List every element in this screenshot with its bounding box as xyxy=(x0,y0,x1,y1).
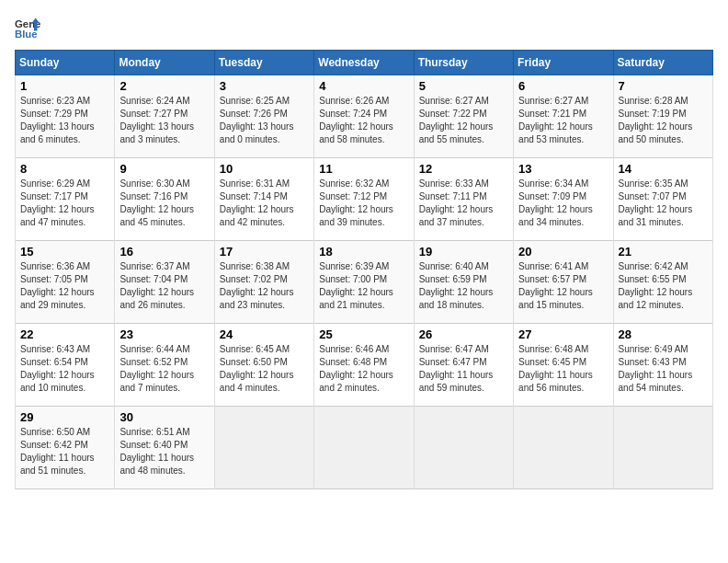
day-detail: Sunrise: 6:34 AM Sunset: 7:09 PM Dayligh… xyxy=(518,178,608,229)
day-detail: Sunrise: 6:38 AM Sunset: 7:02 PM Dayligh… xyxy=(220,260,309,312)
calendar-cell: 25 Sunrise: 6:46 AM Sunset: 6:48 PM Dayl… xyxy=(314,324,414,407)
calendar-cell: 4 Sunrise: 6:26 AM Sunset: 7:24 PM Dayli… xyxy=(314,75,414,158)
day-detail: Sunrise: 6:35 AM Sunset: 7:07 PM Dayligh… xyxy=(619,178,708,229)
day-number: 29 xyxy=(20,410,109,424)
calendar-cell: 14 Sunrise: 6:35 AM Sunset: 7:07 PM Dayl… xyxy=(613,158,712,241)
calendar-cell: 11 Sunrise: 6:32 AM Sunset: 7:12 PM Dayl… xyxy=(314,158,414,241)
day-detail: Sunrise: 6:37 AM Sunset: 7:04 PM Dayligh… xyxy=(119,260,209,312)
day-number: 8 xyxy=(20,162,109,176)
day-detail: Sunrise: 6:48 AM Sunset: 6:45 PM Dayligh… xyxy=(518,343,608,395)
day-number: 19 xyxy=(419,245,508,259)
day-detail: Sunrise: 6:47 AM Sunset: 6:47 PM Dayligh… xyxy=(419,343,508,395)
calendar-cell: 26 Sunrise: 6:47 AM Sunset: 6:47 PM Dayl… xyxy=(414,324,513,407)
weekday-header: Saturday xyxy=(613,51,712,75)
calendar-cell: 16 Sunrise: 6:37 AM Sunset: 7:04 PM Dayl… xyxy=(115,241,214,324)
day-detail: Sunrise: 6:23 AM Sunset: 7:29 PM Dayligh… xyxy=(20,95,109,146)
day-number: 11 xyxy=(319,162,408,176)
day-number: 16 xyxy=(119,245,209,259)
day-detail: Sunrise: 6:39 AM Sunset: 7:00 PM Dayligh… xyxy=(319,260,408,312)
calendar-cell: 1 Sunrise: 6:23 AM Sunset: 7:29 PM Dayli… xyxy=(16,75,115,158)
day-detail: Sunrise: 6:25 AM Sunset: 7:26 PM Dayligh… xyxy=(220,95,309,146)
day-number: 4 xyxy=(319,79,408,93)
day-number: 22 xyxy=(20,327,109,341)
day-detail: Sunrise: 6:44 AM Sunset: 6:52 PM Dayligh… xyxy=(119,343,209,395)
day-number: 10 xyxy=(220,162,309,176)
calendar-cell xyxy=(613,407,712,489)
calendar-cell xyxy=(214,407,313,489)
calendar-cell: 18 Sunrise: 6:39 AM Sunset: 7:00 PM Dayl… xyxy=(314,241,414,324)
day-detail: Sunrise: 6:29 AM Sunset: 7:17 PM Dayligh… xyxy=(20,178,109,229)
day-detail: Sunrise: 6:31 AM Sunset: 7:14 PM Dayligh… xyxy=(220,178,309,229)
calendar-cell: 19 Sunrise: 6:40 AM Sunset: 6:59 PM Dayl… xyxy=(414,241,513,324)
day-number: 6 xyxy=(518,79,608,93)
day-number: 21 xyxy=(619,245,708,259)
calendar-cell: 7 Sunrise: 6:28 AM Sunset: 7:19 PM Dayli… xyxy=(613,75,712,158)
day-number: 18 xyxy=(319,245,408,259)
day-number: 1 xyxy=(20,79,109,93)
day-detail: Sunrise: 6:42 AM Sunset: 6:55 PM Dayligh… xyxy=(619,260,708,312)
calendar-cell: 30 Sunrise: 6:51 AM Sunset: 6:40 PM Dayl… xyxy=(115,407,214,489)
weekday-header: Monday xyxy=(115,51,214,75)
calendar-week-row: 15 Sunrise: 6:36 AM Sunset: 7:05 PM Dayl… xyxy=(16,241,713,324)
calendar-cell: 5 Sunrise: 6:27 AM Sunset: 7:22 PM Dayli… xyxy=(414,75,513,158)
calendar-week-row: 1 Sunrise: 6:23 AM Sunset: 7:29 PM Dayli… xyxy=(16,75,713,158)
day-detail: Sunrise: 6:45 AM Sunset: 6:50 PM Dayligh… xyxy=(220,343,309,395)
calendar-week-row: 8 Sunrise: 6:29 AM Sunset: 7:17 PM Dayli… xyxy=(16,158,713,241)
calendar-cell xyxy=(314,407,414,489)
day-number: 2 xyxy=(119,79,209,93)
calendar-cell: 8 Sunrise: 6:29 AM Sunset: 7:17 PM Dayli… xyxy=(16,158,115,241)
calendar-cell: 12 Sunrise: 6:33 AM Sunset: 7:11 PM Dayl… xyxy=(414,158,513,241)
calendar-week-row: 29 Sunrise: 6:50 AM Sunset: 6:42 PM Dayl… xyxy=(16,407,713,489)
calendar-cell: 3 Sunrise: 6:25 AM Sunset: 7:26 PM Dayli… xyxy=(214,75,313,158)
calendar-cell: 9 Sunrise: 6:30 AM Sunset: 7:16 PM Dayli… xyxy=(115,158,214,241)
day-number: 14 xyxy=(619,162,708,176)
day-number: 15 xyxy=(20,245,109,259)
day-number: 17 xyxy=(220,245,309,259)
day-detail: Sunrise: 6:30 AM Sunset: 7:16 PM Dayligh… xyxy=(119,178,209,229)
day-number: 28 xyxy=(619,327,708,341)
calendar-cell: 13 Sunrise: 6:34 AM Sunset: 7:09 PM Dayl… xyxy=(514,158,613,241)
day-detail: Sunrise: 6:43 AM Sunset: 6:54 PM Dayligh… xyxy=(20,343,109,395)
weekday-header: Wednesday xyxy=(314,51,414,75)
weekday-row: SundayMondayTuesdayWednesdayThursdayFrid… xyxy=(16,51,713,75)
day-detail: Sunrise: 6:27 AM Sunset: 7:22 PM Dayligh… xyxy=(419,95,508,146)
day-number: 20 xyxy=(518,245,608,259)
calendar-cell: 24 Sunrise: 6:45 AM Sunset: 6:50 PM Dayl… xyxy=(214,324,313,407)
calendar-cell: 20 Sunrise: 6:41 AM Sunset: 6:57 PM Dayl… xyxy=(514,241,613,324)
day-detail: Sunrise: 6:50 AM Sunset: 6:42 PM Dayligh… xyxy=(20,426,109,477)
day-number: 7 xyxy=(619,79,708,93)
day-detail: Sunrise: 6:26 AM Sunset: 7:24 PM Dayligh… xyxy=(319,95,408,146)
day-number: 26 xyxy=(419,327,508,341)
calendar-table: SundayMondayTuesdayWednesdayThursdayFrid… xyxy=(15,50,713,489)
weekday-header: Friday xyxy=(514,51,613,75)
day-number: 12 xyxy=(419,162,508,176)
logo-icon: General Blue xyxy=(15,15,40,40)
calendar-cell: 21 Sunrise: 6:42 AM Sunset: 6:55 PM Dayl… xyxy=(613,241,712,324)
calendar-cell: 23 Sunrise: 6:44 AM Sunset: 6:52 PM Dayl… xyxy=(115,324,214,407)
day-detail: Sunrise: 6:46 AM Sunset: 6:48 PM Dayligh… xyxy=(319,343,408,395)
calendar-week-row: 22 Sunrise: 6:43 AM Sunset: 6:54 PM Dayl… xyxy=(16,324,713,407)
day-detail: Sunrise: 6:32 AM Sunset: 7:12 PM Dayligh… xyxy=(319,178,408,229)
calendar-cell: 29 Sunrise: 6:50 AM Sunset: 6:42 PM Dayl… xyxy=(16,407,115,489)
day-number: 30 xyxy=(119,410,209,424)
calendar-cell: 17 Sunrise: 6:38 AM Sunset: 7:02 PM Dayl… xyxy=(214,241,313,324)
calendar-cell: 2 Sunrise: 6:24 AM Sunset: 7:27 PM Dayli… xyxy=(115,75,214,158)
day-detail: Sunrise: 6:27 AM Sunset: 7:21 PM Dayligh… xyxy=(518,95,608,146)
calendar-cell: 15 Sunrise: 6:36 AM Sunset: 7:05 PM Dayl… xyxy=(16,241,115,324)
day-detail: Sunrise: 6:24 AM Sunset: 7:27 PM Dayligh… xyxy=(119,95,209,146)
calendar-cell: 10 Sunrise: 6:31 AM Sunset: 7:14 PM Dayl… xyxy=(214,158,313,241)
calendar-header: SundayMondayTuesdayWednesdayThursdayFrid… xyxy=(16,51,713,75)
day-detail: Sunrise: 6:28 AM Sunset: 7:19 PM Dayligh… xyxy=(619,95,708,146)
logo: General Blue xyxy=(15,15,46,40)
day-number: 24 xyxy=(220,327,309,341)
calendar-cell: 28 Sunrise: 6:49 AM Sunset: 6:43 PM Dayl… xyxy=(613,324,712,407)
calendar-cell xyxy=(514,407,613,489)
day-number: 13 xyxy=(518,162,608,176)
day-detail: Sunrise: 6:51 AM Sunset: 6:40 PM Dayligh… xyxy=(119,426,209,477)
weekday-header: Sunday xyxy=(16,51,115,75)
day-detail: Sunrise: 6:49 AM Sunset: 6:43 PM Dayligh… xyxy=(619,343,708,395)
day-detail: Sunrise: 6:33 AM Sunset: 7:11 PM Dayligh… xyxy=(419,178,508,229)
weekday-header: Thursday xyxy=(414,51,513,75)
weekday-header: Tuesday xyxy=(214,51,313,75)
calendar-cell: 6 Sunrise: 6:27 AM Sunset: 7:21 PM Dayli… xyxy=(514,75,613,158)
